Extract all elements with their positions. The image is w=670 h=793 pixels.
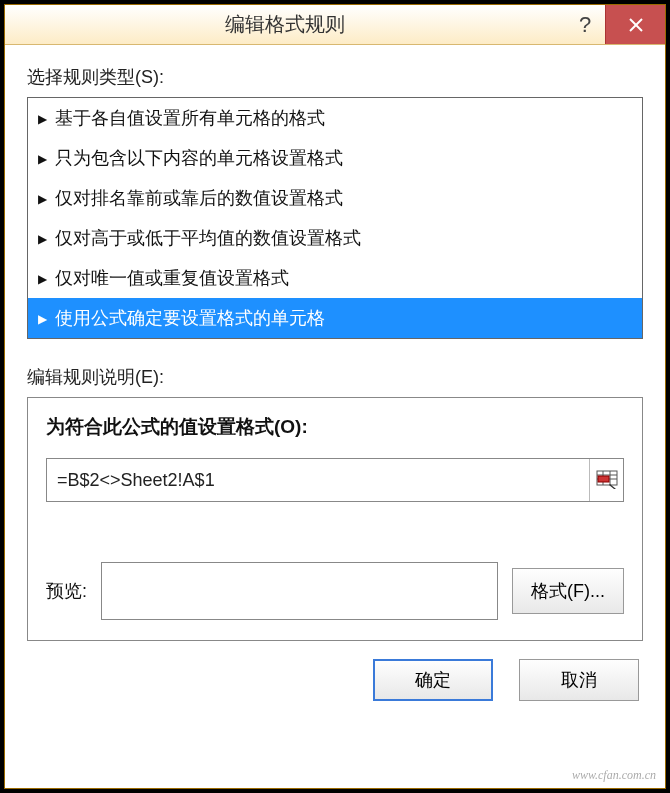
rule-item-label: 仅对排名靠前或靠后的数值设置格式 xyxy=(55,188,343,208)
rule-type-item[interactable]: ▶仅对唯一值或重复值设置格式 xyxy=(28,258,642,298)
dialog-footer: 确定 取消 xyxy=(27,659,643,705)
rule-item-label: 仅对高于或低于平均值的数值设置格式 xyxy=(55,228,361,248)
help-button[interactable]: ? xyxy=(565,12,605,38)
ok-button[interactable]: 确定 xyxy=(373,659,493,701)
formula-format-label: 为符合此公式的值设置格式(O): xyxy=(46,414,624,440)
arrow-icon: ▶ xyxy=(38,112,47,126)
select-rule-type-label: 选择规则类型(S): xyxy=(27,65,643,89)
rule-type-item[interactable]: ▶仅对排名靠前或靠后的数值设置格式 xyxy=(28,178,642,218)
rule-type-list[interactable]: ▶基于各自值设置所有单元格的格式 ▶只为包含以下内容的单元格设置格式 ▶仅对排名… xyxy=(27,97,643,339)
rule-type-item-selected[interactable]: ▶使用公式确定要设置格式的单元格 xyxy=(28,298,642,338)
preview-box xyxy=(101,562,498,620)
preview-row: 预览: 格式(F)... xyxy=(46,562,624,620)
arrow-icon: ▶ xyxy=(38,312,47,326)
arrow-icon: ▶ xyxy=(38,152,47,166)
formula-field-row xyxy=(46,458,624,502)
preview-label: 预览: xyxy=(46,579,87,603)
arrow-icon: ▶ xyxy=(38,232,47,246)
rule-item-label: 仅对唯一值或重复值设置格式 xyxy=(55,268,289,288)
arrow-icon: ▶ xyxy=(38,192,47,206)
rule-description-box: 为符合此公式的值设置格式(O): 预览: xyxy=(27,397,643,641)
range-selector-button[interactable] xyxy=(589,459,623,501)
close-icon xyxy=(628,17,644,33)
format-button[interactable]: 格式(F)... xyxy=(512,568,624,614)
rule-type-item[interactable]: ▶仅对高于或低于平均值的数值设置格式 xyxy=(28,218,642,258)
formula-input[interactable] xyxy=(47,459,589,501)
close-button[interactable] xyxy=(605,5,665,44)
edit-format-rule-dialog: 编辑格式规则 ? 选择规则类型(S): ▶基于各自值设置所有单元格的格式 ▶只为… xyxy=(4,4,666,789)
rule-type-item[interactable]: ▶基于各自值设置所有单元格的格式 xyxy=(28,98,642,138)
svg-rect-7 xyxy=(598,476,609,482)
window-title: 编辑格式规则 xyxy=(5,11,565,38)
rule-item-label: 基于各自值设置所有单元格的格式 xyxy=(55,108,325,128)
rule-item-label: 使用公式确定要设置格式的单元格 xyxy=(55,308,325,328)
range-selector-icon xyxy=(596,470,618,490)
rule-type-item[interactable]: ▶只为包含以下内容的单元格设置格式 xyxy=(28,138,642,178)
rule-item-label: 只为包含以下内容的单元格设置格式 xyxy=(55,148,343,168)
arrow-icon: ▶ xyxy=(38,272,47,286)
cancel-button[interactable]: 取消 xyxy=(519,659,639,701)
titlebar: 编辑格式规则 ? xyxy=(5,5,665,45)
edit-rule-desc-label: 编辑规则说明(E): xyxy=(27,365,643,389)
